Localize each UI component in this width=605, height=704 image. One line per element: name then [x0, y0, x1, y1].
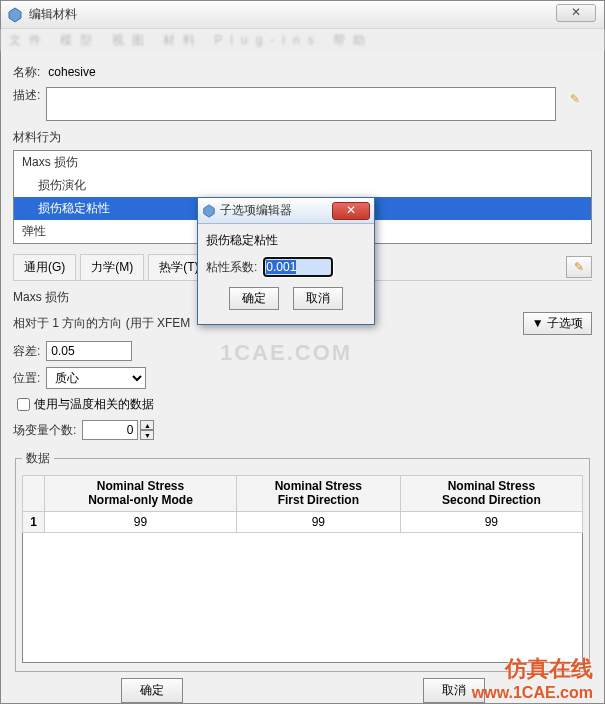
subdialog-close-button[interactable]: ✕: [332, 202, 370, 220]
temperature-checkbox[interactable]: [17, 398, 30, 411]
col-header-1: Nominal StressNormal-only Mode: [45, 476, 237, 512]
close-icon: ✕: [571, 5, 581, 19]
spinner-down-button[interactable]: ▼: [140, 430, 154, 440]
table-cell[interactable]: 99: [236, 511, 400, 532]
viscosity-coef-input[interactable]: [263, 257, 333, 277]
subdialog-heading: 损伤稳定粘性: [206, 232, 366, 249]
pencil-icon: ✎: [574, 260, 584, 274]
behavior-item-evolution[interactable]: 损伤演化: [14, 174, 591, 197]
row-number-header: [23, 476, 45, 512]
table-empty-area: [22, 533, 583, 663]
data-fieldset: 数据 Nominal StressNormal-only Mode Nomina…: [15, 450, 590, 672]
edit-description-button[interactable]: ✎: [564, 87, 586, 109]
description-textarea[interactable]: [46, 87, 556, 121]
behavior-item-maxs[interactable]: Maxs 损伤: [14, 151, 591, 174]
col-header-3: Nominal StressSecond Direction: [400, 476, 582, 512]
row-number: 1: [23, 511, 45, 532]
viscosity-coef-label: 粘性系数:: [206, 259, 257, 276]
subdialog-cancel-button[interactable]: 取消: [293, 287, 343, 310]
edit-behavior-button[interactable]: ✎: [566, 256, 592, 278]
direction-label: 相对于 1 方向的方向 (用于 XFEM: [13, 315, 190, 332]
position-select[interactable]: 质心: [46, 367, 146, 389]
close-button[interactable]: ✕: [556, 4, 596, 22]
tolerance-input[interactable]: [46, 341, 132, 361]
table-row[interactable]: 1 99 99 99: [23, 511, 583, 532]
behavior-section-label: 材料行为: [13, 129, 592, 146]
name-label: 名称:: [13, 64, 40, 81]
fieldvar-spinner: ▲ ▼: [140, 420, 154, 440]
watermark-url: www.1CAE.com: [472, 684, 593, 702]
col-header-2: Nominal StressFirst Direction: [236, 476, 400, 512]
subdialog-title-bar: 子选项编辑器 ✕: [198, 198, 374, 224]
app-icon: [7, 7, 23, 23]
position-label: 位置:: [13, 370, 40, 387]
subdialog-actions: 确定 取消: [206, 287, 366, 310]
tab-general[interactable]: 通用(G): [13, 254, 76, 280]
tab-mechanical[interactable]: 力学(M): [80, 254, 144, 280]
pencil-icon: ✎: [570, 92, 580, 106]
spinner-up-button[interactable]: ▲: [140, 420, 154, 430]
table-header-row: Nominal StressNormal-only Mode Nominal S…: [23, 476, 583, 512]
svg-marker-1: [204, 204, 215, 216]
content-area: 名称: 描述: ✎ 材料行为 Maxs 损伤 损伤演化 损伤稳定粘性 弹性 通用…: [1, 51, 604, 704]
suboption-button[interactable]: ▼ 子选项: [523, 312, 592, 335]
svg-marker-0: [9, 8, 21, 22]
table-cell[interactable]: 99: [400, 511, 582, 532]
subdialog-ok-button[interactable]: 确定: [229, 287, 279, 310]
title-bar: 编辑材料 ✕: [1, 1, 604, 29]
watermark-mid: 1CAE.COM: [220, 340, 352, 366]
menu-row-blurred: 文件 模型 视图 材料 Plug-ins 帮助: [1, 29, 604, 51]
subdialog-body: 损伤稳定粘性 粘性系数: 确定 取消: [198, 224, 374, 324]
subdialog-title: 子选项编辑器: [220, 202, 292, 219]
suboption-editor-dialog: 子选项编辑器 ✕ 损伤稳定粘性 粘性系数: 确定 取消: [197, 197, 375, 325]
data-legend: 数据: [22, 450, 54, 467]
table-cell[interactable]: 99: [45, 511, 237, 532]
ok-button[interactable]: 确定: [121, 678, 183, 703]
data-table[interactable]: Nominal StressNormal-only Mode Nominal S…: [22, 475, 583, 533]
fieldvar-input[interactable]: [82, 420, 138, 440]
description-label: 描述:: [13, 87, 40, 104]
app-icon: [202, 204, 216, 218]
tolerance-label: 容差:: [13, 343, 40, 360]
window-title: 编辑材料: [29, 6, 77, 23]
watermark-logo: 仿真在线: [505, 654, 593, 684]
temperature-checkbox-label: 使用与温度相关的数据: [34, 396, 154, 413]
name-input[interactable]: [46, 63, 246, 81]
fieldvar-label: 场变量个数:: [13, 422, 76, 439]
close-icon: ✕: [346, 203, 356, 217]
